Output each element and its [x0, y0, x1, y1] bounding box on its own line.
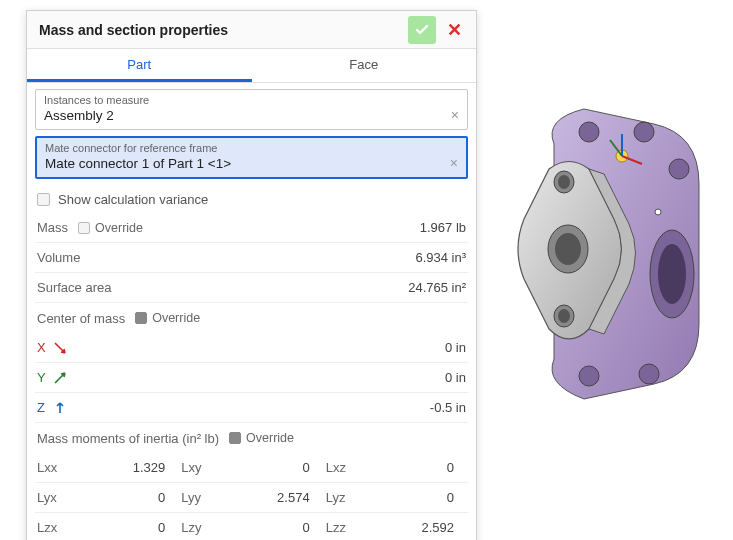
axis-z-row: Z -0.5 in: [35, 393, 468, 423]
lyz-label: Lyz: [324, 483, 360, 513]
instances-field[interactable]: Instances to measure Assembly 2 ×: [35, 89, 468, 130]
inertia-override[interactable]: Override: [229, 431, 294, 445]
clear-instances-icon[interactable]: ×: [451, 107, 459, 123]
lxz-value: 0: [360, 453, 468, 483]
axis-y-value: 0 in: [445, 370, 466, 385]
close-button[interactable]: ✕: [440, 16, 468, 44]
show-variance-label: Show calculation variance: [58, 192, 208, 207]
mass-override[interactable]: Override: [78, 221, 143, 235]
lyy-label: Lyy: [179, 483, 215, 513]
lzy-label: Lzy: [179, 513, 215, 540]
axis-y-row: Y 0 in: [35, 363, 468, 393]
com-override-checkbox[interactable]: [135, 312, 147, 324]
lzy-value: 0: [215, 513, 323, 540]
panel-title: Mass and section properties: [39, 22, 404, 38]
instances-value: Assembly 2: [44, 108, 459, 123]
mate-connector-field[interactable]: Mate connector for reference frame Mate …: [35, 136, 468, 179]
tab-part[interactable]: Part: [27, 49, 252, 82]
close-icon: ✕: [447, 19, 462, 41]
3d-viewport[interactable]: [494, 74, 718, 426]
inertia-grid: Lxx1.329 Lxy0 Lxz0 Lyx0 Lyy2.574 Lyz0 Lz…: [35, 453, 468, 540]
lzx-label: Lzx: [35, 513, 71, 540]
lzz-value: 2.592: [360, 513, 468, 540]
tab-face[interactable]: Face: [252, 49, 477, 82]
lzz-label: Lzz: [324, 513, 360, 540]
tabs: Part Face: [27, 49, 476, 83]
axis-z-value: -0.5 in: [430, 400, 466, 415]
axis-x-value: 0 in: [445, 340, 466, 355]
inertia-override-label: Override: [246, 431, 294, 445]
mass-row: Mass Override 1.967 lb: [35, 213, 468, 243]
lxx-label: Lxx: [35, 453, 71, 483]
volume-row: Volume 6.934 in³: [35, 243, 468, 273]
inertia-override-checkbox[interactable]: [229, 432, 241, 444]
axis-x-arrow-icon: [53, 341, 67, 355]
svg-point-8: [558, 175, 570, 189]
com-override-label: Override: [152, 311, 200, 325]
lxy-value: 0: [215, 453, 323, 483]
svg-point-2: [579, 122, 599, 142]
lyy-value: 2.574: [215, 483, 323, 513]
axis-x-row: X 0 in: [35, 333, 468, 363]
lxx-value: 1.329: [71, 453, 179, 483]
show-variance-row[interactable]: Show calculation variance: [35, 185, 468, 213]
mass-value: 1.967 lb: [420, 220, 466, 235]
mass-override-label: Override: [95, 221, 143, 235]
lyx-label: Lyx: [35, 483, 71, 513]
panel-body: Instances to measure Assembly 2 × Mate c…: [27, 83, 476, 540]
panel-header: Mass and section properties ✕: [27, 11, 476, 49]
svg-point-3: [634, 122, 654, 142]
com-override[interactable]: Override: [135, 311, 200, 325]
mate-connector-value: Mate connector 1 of Part 1 <1>: [45, 156, 458, 171]
axis-y-arrow-icon: [53, 371, 67, 385]
lyx-value: 0: [71, 483, 179, 513]
volume-label: Volume: [37, 250, 80, 265]
svg-point-1: [658, 244, 686, 304]
svg-point-12: [639, 364, 659, 384]
axis-y-name: Y: [37, 370, 51, 385]
volume-value: 6.934 in³: [415, 250, 466, 265]
surface-area-label: Surface area: [37, 280, 111, 295]
axis-x-name: X: [37, 340, 51, 355]
inertia-title: Mass moments of inertia (in² lb): [37, 431, 219, 446]
mate-connector-label: Mate connector for reference frame: [45, 142, 458, 154]
surface-area-row: Surface area 24.765 in²: [35, 273, 468, 303]
lzx-value: 0: [71, 513, 179, 540]
center-of-mass-head: Center of mass Override: [35, 303, 468, 333]
center-of-mass-label: Center of mass: [37, 311, 125, 326]
inertia-head: Mass moments of inertia (in² lb) Overrid…: [35, 423, 468, 453]
mass-label: Mass: [37, 220, 68, 235]
svg-point-11: [579, 366, 599, 386]
axis-z-name: Z: [37, 400, 51, 415]
lyz-value: 0: [360, 483, 468, 513]
lxy-label: Lxy: [179, 453, 215, 483]
show-variance-checkbox[interactable]: [37, 193, 50, 206]
axis-z-arrow-icon: [53, 401, 67, 415]
svg-point-10: [558, 309, 570, 323]
confirm-button[interactable]: [408, 16, 436, 44]
svg-point-6: [555, 233, 581, 265]
lxz-label: Lxz: [324, 453, 360, 483]
mass-override-checkbox[interactable]: [78, 222, 90, 234]
instances-label: Instances to measure: [44, 94, 459, 106]
svg-point-4: [669, 159, 689, 179]
check-icon: [414, 22, 430, 38]
svg-point-17: [655, 209, 661, 215]
surface-area-value: 24.765 in²: [408, 280, 466, 295]
part-3d-preview: [494, 74, 718, 426]
mass-section-panel: Mass and section properties ✕ Part Face …: [26, 10, 477, 540]
clear-mate-icon[interactable]: ×: [450, 155, 458, 171]
